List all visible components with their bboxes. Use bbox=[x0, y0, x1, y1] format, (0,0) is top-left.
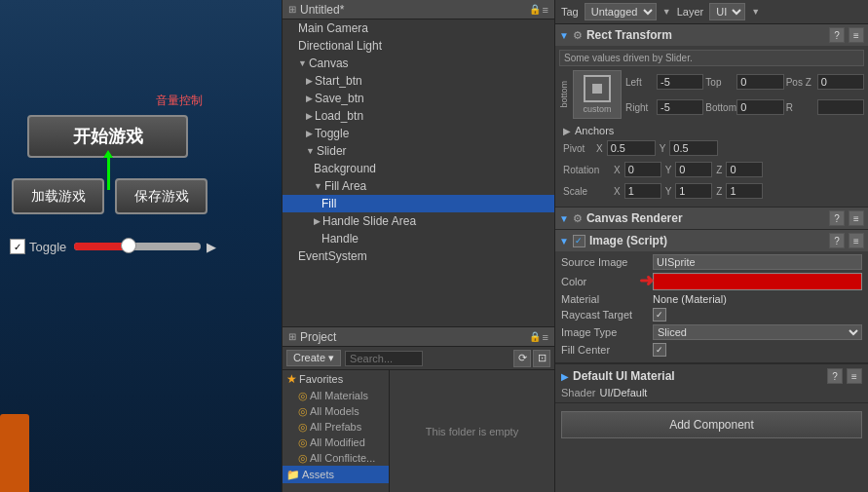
rot-z-label: Z bbox=[716, 165, 722, 175]
scale-x-input[interactable] bbox=[624, 183, 661, 199]
hier-start-btn[interactable]: ▶ Start_btn bbox=[283, 72, 554, 90]
rt-r-input[interactable] bbox=[817, 99, 864, 115]
hier-handle[interactable]: Handle bbox=[283, 230, 554, 247]
tag-label: Tag bbox=[561, 6, 579, 18]
hier-handle-slide-area[interactable]: ▶ Handle Slide Area bbox=[283, 212, 554, 230]
canvas-renderer-header[interactable]: ▼ ⚙ Canvas Renderer ? ≡ bbox=[555, 208, 868, 229]
project-all-models[interactable]: ◎ All Models bbox=[283, 403, 389, 419]
project-icon-btn-1[interactable]: ⟳ bbox=[513, 350, 531, 367]
scale-y-input[interactable] bbox=[675, 183, 712, 199]
slider-right-arrow: ▶ bbox=[207, 240, 216, 254]
pivot-x-input[interactable] bbox=[607, 140, 656, 156]
rt-preset-box[interactable]: custom bbox=[573, 70, 622, 119]
slider-track[interactable] bbox=[74, 243, 201, 250]
inspector-top-bar: Tag Untagged ▼ Layer UI ▼ bbox=[555, 0, 868, 24]
raycast-checkbox[interactable]: ✓ bbox=[653, 308, 666, 322]
rt-fields: Left Top Pos Z Right Bottom R bbox=[625, 70, 864, 119]
rt-settings-icon: ⚙ bbox=[573, 29, 583, 42]
hierarchy-menu-icon[interactable]: ≡ bbox=[543, 4, 548, 16]
rt-info-btn[interactable]: ? bbox=[829, 27, 845, 43]
image-section: ▼ ✓ Image (Script) ? ≡ Source Image Colo… bbox=[555, 230, 868, 363]
slider-thumb[interactable] bbox=[121, 238, 136, 253]
material-name: Default UI Material bbox=[573, 369, 823, 383]
hier-toggle[interactable]: ▶ Toggle bbox=[283, 125, 554, 142]
rot-x-input[interactable] bbox=[624, 162, 661, 177]
hier-fill-area[interactable]: ▼ Fill Area bbox=[283, 177, 554, 195]
image-type-select[interactable]: Sliced bbox=[653, 324, 862, 340]
hier-eventsystem[interactable]: EventSystem bbox=[283, 247, 554, 265]
load-game-button[interactable]: 加载游戏 bbox=[12, 178, 104, 214]
models-icon: ◎ bbox=[298, 405, 308, 418]
shader-row: Shader UI/Default bbox=[561, 387, 862, 398]
rt-posz-input[interactable] bbox=[817, 74, 864, 90]
prefabs-icon: ◎ bbox=[298, 421, 308, 434]
source-image-input[interactable] bbox=[653, 254, 862, 270]
rt-toggle-icon: ▼ bbox=[559, 30, 569, 41]
raycast-label: Raycast Target bbox=[561, 309, 649, 321]
rot-z-input[interactable] bbox=[726, 162, 763, 177]
layer-label: Layer bbox=[677, 6, 704, 18]
color-swatch[interactable] bbox=[653, 273, 862, 290]
rt-menu-btn[interactable]: ≡ bbox=[849, 27, 864, 43]
add-component-button[interactable]: Add Component bbox=[561, 411, 862, 438]
cr-info-btn[interactable]: ? bbox=[829, 210, 845, 226]
project-search-input[interactable] bbox=[345, 351, 423, 366]
project-body: ★ Favorites ◎ All Materials ◎ All Models… bbox=[283, 370, 554, 492]
anchors-expand-arrow[interactable]: ▶ bbox=[563, 126, 571, 136]
layer-dropdown-arrow: ▼ bbox=[751, 7, 760, 17]
rt-left-input[interactable] bbox=[657, 74, 703, 90]
tag-select[interactable]: Untagged bbox=[585, 3, 657, 20]
hier-slider[interactable]: ▼ Slider bbox=[283, 142, 554, 160]
image-enabled-checkbox[interactable]: ✓ bbox=[573, 235, 585, 247]
project-favorites[interactable]: ★ Favorites bbox=[283, 370, 389, 388]
mat-info-btn[interactable]: ? bbox=[827, 368, 843, 384]
material-label: Material bbox=[561, 293, 649, 305]
pivot-y-input[interactable] bbox=[669, 140, 718, 156]
hier-main-camera[interactable]: Main Camera bbox=[283, 19, 554, 37]
project-icon-btn-2[interactable]: ⊡ bbox=[533, 350, 550, 367]
create-button[interactable]: Create ▾ bbox=[286, 350, 341, 366]
image-title: Image (Script) bbox=[589, 234, 825, 247]
cr-toggle-icon: ▼ bbox=[559, 213, 569, 224]
fill-center-checkbox[interactable]: ✓ bbox=[653, 343, 666, 357]
img-menu-btn[interactable]: ≡ bbox=[849, 233, 864, 248]
mat-expand-arrow[interactable]: ▶ bbox=[561, 371, 569, 382]
project-assets[interactable]: 📁 Assets bbox=[283, 466, 389, 483]
rect-transform-section: ▼ ⚙ Rect Transform ? ≡ Some values drive… bbox=[555, 24, 868, 208]
mat-menu-btn[interactable]: ≡ bbox=[847, 368, 862, 384]
hier-canvas[interactable]: ▼ Canvas bbox=[283, 55, 554, 72]
hier-fill[interactable]: Fill bbox=[283, 195, 554, 212]
project-all-materials[interactable]: ◎ All Materials bbox=[283, 388, 389, 403]
project-all-prefabs[interactable]: ◎ All Prefabs bbox=[283, 419, 389, 435]
project-all-modified[interactable]: ◎ All Modified bbox=[283, 435, 389, 450]
hier-load-btn[interactable]: ▶ Load_btn bbox=[283, 107, 554, 125]
hier-directional-light[interactable]: Directional Light bbox=[283, 37, 554, 55]
fill-center-label: Fill Center bbox=[561, 344, 649, 356]
hierarchy-icon: ⊞ bbox=[288, 4, 296, 15]
rt-bottom-input[interactable] bbox=[736, 99, 783, 115]
toggle-checkbox[interactable]: ✓ bbox=[10, 239, 25, 254]
image-header[interactable]: ▼ ✓ Image (Script) ? ≡ bbox=[555, 230, 868, 251]
rect-transform-header[interactable]: ▼ ⚙ Rect Transform ? ≡ bbox=[555, 24, 868, 46]
layer-select[interactable]: UI bbox=[709, 3, 745, 20]
project-all-conflicted[interactable]: ◎ All Conflicte... bbox=[283, 450, 389, 466]
hier-save-btn[interactable]: ▶ Save_btn bbox=[283, 90, 554, 107]
cr-menu-btn[interactable]: ≡ bbox=[849, 210, 864, 226]
rt-main-grid: bottom custom Left Top Pos Z bbox=[559, 70, 864, 119]
pivot-y-label: Y bbox=[660, 143, 666, 154]
game-character bbox=[0, 414, 29, 492]
fill-area-arrow: ▼ bbox=[314, 181, 322, 191]
modified-icon: ◎ bbox=[298, 436, 308, 449]
project-menu-icon[interactable]: ≡ bbox=[543, 331, 548, 343]
rt-right-input[interactable] bbox=[657, 99, 703, 115]
hier-background[interactable]: Image (Script) Background bbox=[283, 160, 554, 177]
rt-preset-label: custom bbox=[583, 104, 611, 114]
scale-z-input[interactable] bbox=[726, 183, 763, 199]
rt-left-label: Left bbox=[625, 77, 655, 88]
rot-y-input[interactable] bbox=[675, 162, 712, 177]
rt-top-input[interactable] bbox=[736, 74, 783, 90]
rotation-label: Rotation bbox=[563, 165, 610, 175]
img-info-btn[interactable]: ? bbox=[829, 233, 845, 248]
anchors-label: Anchors bbox=[575, 125, 614, 136]
save-game-button[interactable]: 保存游戏 bbox=[115, 178, 208, 214]
